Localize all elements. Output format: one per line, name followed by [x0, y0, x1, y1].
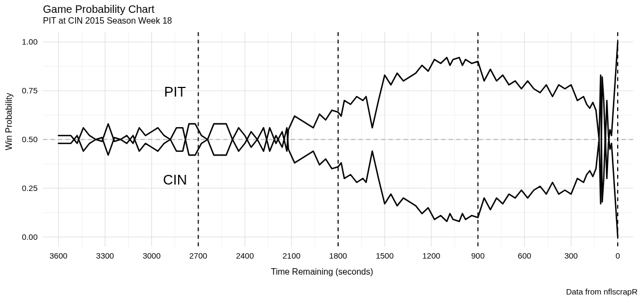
plot-area: PITCIN0.000.250.500.751.0036003300300027…: [43, 32, 633, 247]
chart-title: Game Probability Chart: [43, 3, 155, 16]
y-tick-label: 0.75: [22, 86, 38, 95]
annotation-pit: PIT: [164, 84, 186, 100]
x-tick-label: 600: [518, 251, 531, 260]
chart-subtitle: PIT at CIN 2015 Season Week 18: [43, 16, 172, 26]
x-tick-label: 0: [616, 251, 620, 260]
y-axis-label: Win Probability: [4, 93, 14, 150]
chart-svg: PITCIN0.000.250.500.751.0036003300300027…: [43, 32, 633, 279]
x-tick-label: 2700: [189, 251, 207, 260]
x-tick-label: 1500: [376, 251, 393, 260]
x-tick-label: 900: [471, 251, 485, 260]
chart-container: Game Probability Chart PIT at CIN 2015 S…: [0, 0, 644, 302]
y-tick-label: 0.25: [22, 183, 38, 193]
x-tick-label: 1800: [329, 251, 347, 260]
chart-caption: Data from nflscrapR: [566, 287, 638, 296]
y-tick-label: 0.50: [22, 135, 38, 144]
x-tick-label: 300: [565, 251, 578, 260]
annotation-cin: CIN: [163, 172, 187, 188]
x-tick-label: 3000: [143, 251, 160, 260]
x-tick-label: 3600: [49, 251, 67, 260]
y-tick-label: 0.00: [22, 232, 38, 241]
x-tick-label: 2100: [282, 251, 300, 260]
y-tick-label: 1.00: [22, 37, 38, 46]
x-tick-label: 3300: [96, 251, 114, 260]
x-tick-label: 2400: [236, 251, 254, 260]
x-tick-label: 1200: [422, 251, 440, 260]
